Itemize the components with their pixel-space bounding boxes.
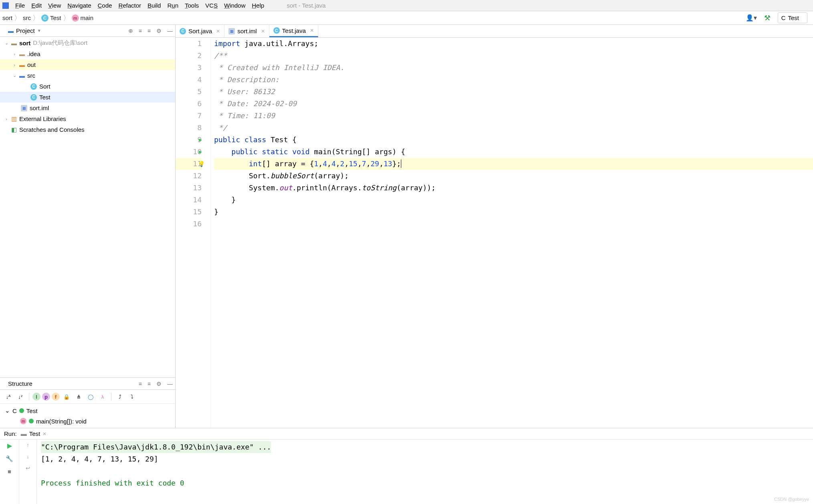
code-line[interactable]: Sort.bubbleSort(array); [214,170,813,182]
chevron-right-icon[interactable]: › [12,62,17,67]
menu-tools[interactable]: Tools [185,2,199,9]
user-icon[interactable]: 👤▾ [746,14,757,22]
chevron-right-icon[interactable]: › [4,117,9,121]
sort-alpha-icon[interactable]: ↓ᴬ [3,391,14,402]
code-editor[interactable]: 12345678910111213141516 import java.util… [176,38,813,428]
close-icon[interactable]: ✕ [310,28,314,33]
project-header-label[interactable]: Project [16,27,35,34]
tree-scratches[interactable]: ◧ Scratches and Consoles [0,124,175,135]
hide-icon[interactable]: — [167,28,173,34]
line-number[interactable]: 13 [176,182,202,194]
line-number[interactable]: 4 [176,74,202,86]
tree-class-test[interactable]: C Test [0,92,175,103]
menu-code[interactable]: Code [98,2,112,9]
property-filter-icon[interactable]: p [42,393,50,401]
project-tree[interactable]: ⌄ ▬ sort D:\java代码仓库\sort › ▬ .idea › ▬ … [0,37,175,377]
build-icon[interactable]: ⚒ [764,14,771,22]
code-line[interactable]: public static void main(String[] args) { [214,146,813,158]
breadcrumb-test[interactable]: Test [50,14,61,21]
tree-out[interactable]: › ▬ out [0,59,175,70]
locate-icon[interactable]: ⊕ [128,28,133,34]
code-line[interactable]: */ [214,122,813,134]
close-icon[interactable]: ✕ [216,28,220,34]
tree-ext-libs[interactable]: › ▥ External Libraries [0,113,175,124]
chevron-down-icon[interactable]: ▼ [37,28,41,33]
line-number[interactable]: 7 [176,110,202,122]
chevron-down-icon[interactable]: ⌄ [5,407,10,414]
rerun-icon[interactable]: ▶ [7,442,12,450]
close-icon[interactable]: ✕ [261,28,265,34]
line-number[interactable]: 14 [176,194,202,206]
line-number[interactable]: 3 [176,62,202,74]
menu-vcs[interactable]: VCS [205,2,218,9]
up-icon[interactable]: ↑ [26,442,29,448]
lock-icon[interactable]: 🔒 [61,391,72,402]
code-line[interactable]: * Created with IntelliJ IDEA. [214,62,813,74]
structure-method[interactable]: m main(String[]): void [0,416,175,426]
menu-window[interactable]: Window [224,2,245,9]
line-number[interactable]: 2 [176,50,202,62]
code-line[interactable] [214,218,813,230]
lambda-icon[interactable]: λ [97,391,108,402]
tab-sort-iml[interactable]: ▦ sort.iml ✕ [224,25,269,37]
tab-sort-java[interactable]: C Sort.java ✕ [176,25,224,37]
structure-class[interactable]: ⌄ C Test [0,405,175,416]
expand-all-icon[interactable]: ≡ [139,381,142,387]
settings-icon[interactable]: ⚙ [156,28,162,34]
code-line[interactable]: * Description: [214,74,813,86]
soft-wrap-icon[interactable]: ↩ [26,465,30,471]
settings-icon[interactable]: ⚙ [156,381,162,387]
line-number[interactable]: 12 [176,170,202,182]
line-number[interactable]: 11 [176,158,202,170]
collapse-all-icon[interactable]: ≡ [148,28,151,34]
code-line[interactable]: System.out.println(Arrays.toString(array… [214,182,813,194]
tree-src[interactable]: ⌄ ▬ src [0,70,175,81]
menu-build[interactable]: Build [148,2,161,9]
editor-gutter[interactable]: 12345678910111213141516 [176,38,211,428]
menu-refactor[interactable]: Refactor [118,2,141,9]
breadcrumb-main[interactable]: main [81,14,94,21]
chevron-down-icon[interactable]: ⌄ [12,73,17,78]
collapse-all-icon[interactable]: ≡ [148,381,151,387]
tree-iml[interactable]: ▦ sort.iml [0,103,175,113]
line-number[interactable]: 1 [176,38,202,50]
code-line[interactable]: * Date: 2024-02-09 [214,98,813,110]
code-line[interactable]: int[] array = {1,4,4,2,15,7,29,13}; [214,158,813,170]
tree-class-sort[interactable]: C Sort [0,81,175,92]
autoscroll-from-icon[interactable]: ⤵ [127,391,137,402]
stop-icon[interactable]: ■ [8,468,11,475]
tree-root[interactable]: ⌄ ▬ sort D:\java代码仓库\sort [0,38,175,48]
line-number[interactable]: 6 [176,98,202,110]
code-line[interactable]: /** [214,50,813,62]
line-number[interactable]: 8 [176,122,202,134]
inherited-icon[interactable]: ⋔ [73,391,84,402]
tree-idea[interactable]: › ▬ .idea [0,48,175,59]
run-output[interactable]: "C:\Program Files\Java\jdk1.8.0_192\bin\… [37,439,813,504]
tab-test-java[interactable]: C Test.java ✕ [269,25,318,37]
code-line[interactable]: * User: 86132 [214,86,813,98]
menu-help[interactable]: Help [252,2,264,9]
run-tab[interactable]: ▬ Test ✕ [21,430,47,437]
code-line[interactable]: public class Test { [214,134,813,146]
run-config-selector[interactable]: C Test [778,12,807,23]
hide-icon[interactable]: — [167,381,173,387]
close-icon[interactable]: ✕ [42,431,47,437]
autoscroll-to-icon[interactable]: ⤴ [115,391,125,402]
breadcrumb-src[interactable]: src [23,14,31,21]
expand-all-icon[interactable]: ≡ [139,28,142,34]
line-number[interactable]: 16 [176,218,202,230]
code-line[interactable]: } [214,206,813,218]
code-line[interactable]: } [214,194,813,206]
anonymous-icon[interactable]: ◯ [85,391,96,402]
menu-file[interactable]: File [15,2,25,9]
settings-icon[interactable]: 🔧 [6,455,13,462]
menu-view[interactable]: View [48,2,61,9]
line-number[interactable]: 9 [176,134,202,146]
chevron-right-icon[interactable]: › [12,52,17,56]
sort-visibility-icon[interactable]: ↓ᶻ [15,391,26,402]
line-number[interactable]: 5 [176,86,202,98]
menu-navigate[interactable]: Navigate [67,2,91,9]
interface-filter-icon[interactable]: I [32,393,40,401]
editor-content[interactable]: import java.util.Arrays;/** * Created wi… [211,38,813,428]
down-icon[interactable]: ↓ [26,454,29,460]
